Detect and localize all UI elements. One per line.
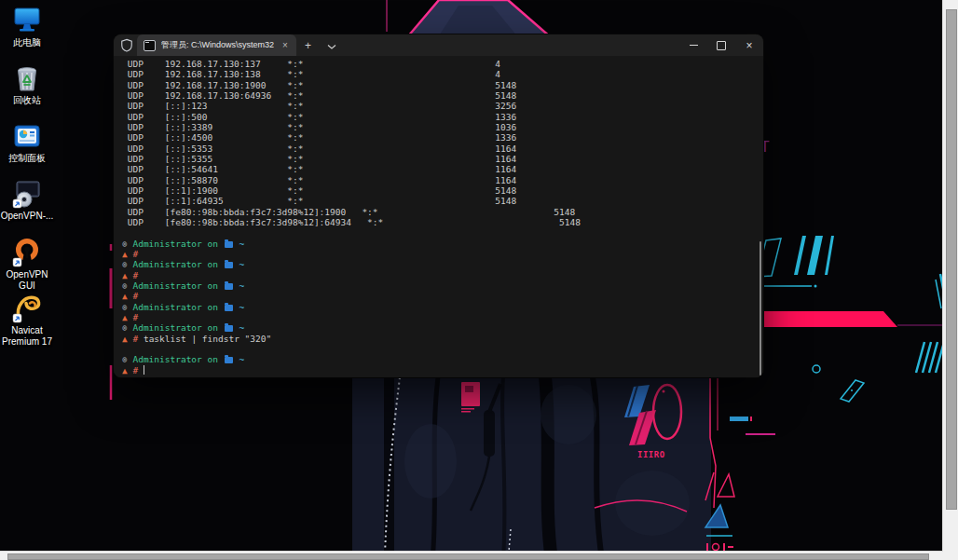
folder-icon bbox=[225, 357, 233, 363]
folder-icon bbox=[225, 325, 233, 332]
terminal-line: UDP [::]:54641 *:* 1164 bbox=[122, 164, 758, 174]
maximize-icon bbox=[717, 41, 726, 50]
terminal-line bbox=[122, 227, 758, 238]
this-pc-icon bbox=[11, 5, 43, 36]
horizontal-scrollbar-track[interactable] bbox=[0, 551, 943, 560]
shortcut-arrow-overlay bbox=[13, 199, 21, 208]
terminal-line: ⊗ Administrator on ~ bbox=[122, 239, 758, 249]
terminal-line: UDP [::]:500 *:* 1336 bbox=[122, 112, 758, 122]
terminal-content[interactable]: UDP 192.168.17.130:137 *:* 4 UDP 192.168… bbox=[114, 56, 763, 377]
desktop-icon-label: 回收站 bbox=[0, 95, 54, 106]
terminal-line: ⊗ Administrator on ~ bbox=[122, 259, 758, 269]
terminal-tab[interactable]: 管理员: C:\Windows\system32 × bbox=[137, 34, 296, 56]
tab-close-icon[interactable]: × bbox=[280, 40, 291, 51]
terminal-line: UDP [::]:123 *:* 3256 bbox=[122, 101, 758, 111]
navicat-icon bbox=[11, 291, 43, 324]
shortcut-arrow-overlay bbox=[13, 314, 21, 322]
terminal-line: UDP [::]:4500 *:* 1336 bbox=[122, 132, 758, 143]
desktop-icon-label: 控制面板 bbox=[0, 153, 54, 164]
maximize-button[interactable] bbox=[707, 34, 735, 56]
desktop-icon-openvpn-file[interactable]: OpenVPN-... bbox=[0, 178, 54, 222]
desktop-icon-this-pc[interactable]: 此电脑 bbox=[0, 5, 54, 48]
terminal-line: ⊗ Administrator on ~ bbox=[122, 280, 758, 291]
tab-dropdown-button[interactable] bbox=[320, 37, 344, 54]
terminal-line: UDP [::]:3389 *:* 1036 bbox=[122, 122, 758, 132]
desktop-icon-label: OpenVPN-... bbox=[0, 211, 54, 222]
tab-title: 管理员: C:\Windows\system32 bbox=[161, 39, 274, 51]
terminal-window: 管理员: C:\Windows\system32 × + × UDP 192.1… bbox=[114, 34, 763, 377]
desktop: IIIRO T bbox=[0, 0, 958, 560]
terminal-line: UDP 192.168.17.130:138 *:* 4 bbox=[122, 69, 758, 79]
terminal-line: UDP [::]:5355 *:* 1164 bbox=[122, 154, 758, 164]
terminal-line: ▲ # bbox=[122, 249, 758, 259]
chevron-down-icon bbox=[327, 43, 336, 50]
terminal-line bbox=[122, 344, 758, 354]
horizontal-scrollbar-thumb[interactable] bbox=[7, 553, 929, 560]
window-controls: × bbox=[679, 34, 763, 56]
window-titlebar[interactable]: 管理员: C:\Windows\system32 × + × bbox=[114, 34, 763, 56]
desktop-icon-control-panel[interactable]: 控制面板 bbox=[0, 120, 54, 164]
desktop-icon-recycle-bin[interactable]: 回收站 bbox=[0, 62, 54, 106]
shortcut-arrow-overlay bbox=[13, 258, 21, 266]
terminal-line: UDP 192.168.17.130:1900 *:* 5148 bbox=[122, 80, 758, 90]
text-cursor bbox=[144, 365, 145, 375]
minimize-button[interactable] bbox=[679, 34, 707, 56]
terminal-line: ▲ # bbox=[122, 312, 758, 322]
folder-icon bbox=[225, 283, 233, 290]
pink-neon-bar bbox=[764, 311, 897, 327]
minimize-icon bbox=[690, 45, 698, 46]
desktop-icon-label: Navicat Premium 17 bbox=[0, 325, 54, 348]
console-window-icon bbox=[144, 40, 156, 51]
desktop-icon-label: OpenVPN GUI bbox=[0, 269, 54, 292]
terminal-line: ▲ # tasklist | findstr "320" bbox=[122, 334, 758, 344]
terminal-line: UDP [::1]:1900 *:* 5148 bbox=[122, 185, 758, 196]
svg-text:IIIRO: IIIRO bbox=[637, 450, 665, 459]
terminal-line: UDP [::]:58870 *:* 1164 bbox=[122, 175, 758, 185]
desktop-icon-navicat[interactable]: Navicat Premium 17 bbox=[0, 291, 54, 348]
terminal-line: UDP [fe80::98b:bbda:f3c7:3d98%12]:1900 *… bbox=[122, 207, 758, 217]
terminal-scrollbar-thumb[interactable] bbox=[760, 241, 761, 376]
folder-icon bbox=[225, 241, 233, 248]
terminal-line: UDP [::]:5353 *:* 1164 bbox=[122, 143, 758, 154]
terminal-line: ⊗ Administrator on ~ bbox=[122, 302, 758, 312]
desktop-icon-openvpn-gui[interactable]: OpenVPN GUI bbox=[0, 235, 54, 292]
folder-icon bbox=[225, 262, 233, 268]
recycle-bin-icon bbox=[11, 62, 43, 94]
admin-shield-icon bbox=[120, 38, 133, 52]
vertical-scrollbar-thumb[interactable] bbox=[946, 9, 957, 510]
character-jacket: IIIRO bbox=[352, 377, 718, 560]
openvpn-file-icon bbox=[11, 178, 43, 210]
control-panel-icon bbox=[11, 120, 43, 152]
terminal-line: UDP [fe80::98b:bbda:f3c7:3d98%12]:64934 … bbox=[122, 217, 758, 227]
close-button[interactable]: × bbox=[735, 34, 763, 56]
terminal-line: ⊗ Administrator on ~ bbox=[122, 354, 758, 364]
scrollbar-corner bbox=[943, 552, 958, 560]
terminal-line: ▲ # bbox=[122, 291, 758, 301]
desktop-icon-label: 此电脑 bbox=[0, 37, 54, 48]
openvpn-gui-icon bbox=[11, 235, 43, 268]
vertical-scrollbar-track[interactable] bbox=[942, 0, 958, 560]
terminal-line: UDP 192.168.17.130:137 *:* 4 bbox=[122, 59, 758, 69]
terminal-line: ▲ # bbox=[122, 270, 758, 280]
terminal-line: UDP [::1]:64935 *:* 5148 bbox=[122, 196, 758, 206]
terminal-line: ⊗ Administrator on ~ bbox=[122, 322, 758, 333]
terminal-line: UDP 192.168.17.130:64936 *:* 5148 bbox=[122, 90, 758, 101]
folder-icon bbox=[225, 305, 233, 311]
new-tab-button[interactable]: + bbox=[296, 40, 320, 51]
terminal-line: ▲ # bbox=[122, 365, 758, 376]
